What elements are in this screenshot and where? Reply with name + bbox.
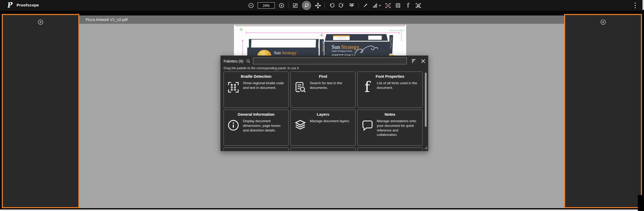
search-icon — [246, 59, 250, 63]
top-bar: P Proofscope — [0, 0, 644, 11]
palette-search-input[interactable] — [253, 58, 407, 64]
palette-card-font-properties[interactable]: Font Properties f List of all fonts used… — [357, 72, 423, 108]
palettes-dialog-title: Palettes (9) — [224, 59, 243, 63]
palette-card-notes[interactable]: Notes Manage annotations onto your docum… — [357, 110, 423, 146]
document-search-icon — [293, 81, 307, 94]
toolbar-divider — [358, 3, 359, 8]
braille-icon — [226, 81, 240, 94]
add-palette-icon[interactable] — [38, 19, 44, 26]
fit-to-view-icon[interactable] — [292, 2, 298, 9]
artwork-spine-brand: Sun Strategy — [322, 41, 324, 51]
zoom-tool-icon[interactable] — [302, 1, 311, 10]
rotate-cw-icon[interactable] — [338, 2, 345, 9]
speech-bubble-icon — [360, 119, 374, 137]
toolbar-divider — [288, 3, 288, 8]
sort-icon[interactable] — [411, 59, 416, 63]
braille-check-icon[interactable] — [415, 2, 421, 9]
font-f-icon: f — [360, 81, 374, 93]
toolbar: FF f — [248, 0, 421, 11]
toolbar-divider — [325, 3, 325, 8]
right-edge-scrollbar[interactable] — [642, 0, 644, 10]
dialog-scrollbar[interactable] — [425, 73, 427, 127]
palettes-drag-hint: Drag the palette to the corresponding pa… — [220, 66, 428, 72]
flip-horizontal-icon[interactable]: FF — [348, 2, 355, 9]
document-tab-bar: Pizza Artwork V1_v2.pdf — [79, 15, 564, 24]
right-drop-panel[interactable] — [564, 14, 642, 208]
close-icon[interactable] — [421, 59, 425, 63]
barcode-check-icon[interactable] — [385, 2, 391, 9]
halftone-preview-icon[interactable] — [395, 2, 401, 9]
left-drop-panel[interactable] — [2, 14, 79, 208]
palette-card-layers[interactable]: Layers Manage document layers. — [290, 110, 356, 146]
palette-card-grid: Braille Detection Show regional braille … — [220, 72, 428, 151]
ruler-icon[interactable] — [372, 2, 381, 9]
resize-handle-icon[interactable] — [425, 146, 427, 150]
bottom-strip — [0, 209, 644, 211]
palettes-dialog-header[interactable]: Palettes (9) — [220, 56, 428, 66]
overflow-menu-icon[interactable] — [633, 3, 637, 8]
document-tab[interactable]: Pizza Artwork V1_v2.pdf — [79, 15, 564, 24]
proofscope-window: P Proofscope — [0, 0, 644, 211]
measure-pen-icon[interactable] — [362, 2, 369, 9]
app-title: Proofscope — [17, 3, 39, 7]
palette-card-partial[interactable] — [357, 147, 423, 151]
zoom-level-input[interactable] — [258, 2, 275, 9]
proofscope-logo-icon: P — [6, 1, 12, 10]
info-icon — [226, 119, 240, 132]
artwork-tagline: Bright Packaging Futures — [332, 50, 352, 52]
palettes-dialog: Palettes (9) Drag the palette to the cor… — [220, 56, 428, 151]
palette-card-partial[interactable] — [224, 147, 289, 151]
artwork-brand-left: Sun Strategy — [274, 50, 297, 55]
rotate-ccw-icon[interactable] — [328, 2, 335, 9]
corner-overlay — [638, 195, 644, 211]
font-info-icon[interactable]: f — [405, 2, 411, 9]
palette-card-general-information[interactable]: General Information Display document dim… — [224, 110, 289, 146]
palette-card-find[interactable]: Find Search for text in the documents. — [290, 72, 356, 108]
palette-card-braille-detection[interactable]: Braille Detection Show regional braille … — [224, 72, 289, 108]
zoom-in-icon[interactable] — [278, 2, 285, 9]
chevron-down-icon — [379, 4, 381, 6]
pan-tool-icon[interactable] — [315, 2, 321, 9]
palette-card-partial[interactable] — [290, 147, 356, 151]
artwork-brand-main: SunStrategy — [332, 44, 359, 50]
zoom-out-icon[interactable] — [248, 2, 254, 9]
layers-icon — [293, 119, 307, 132]
add-palette-icon[interactable] — [600, 19, 606, 26]
